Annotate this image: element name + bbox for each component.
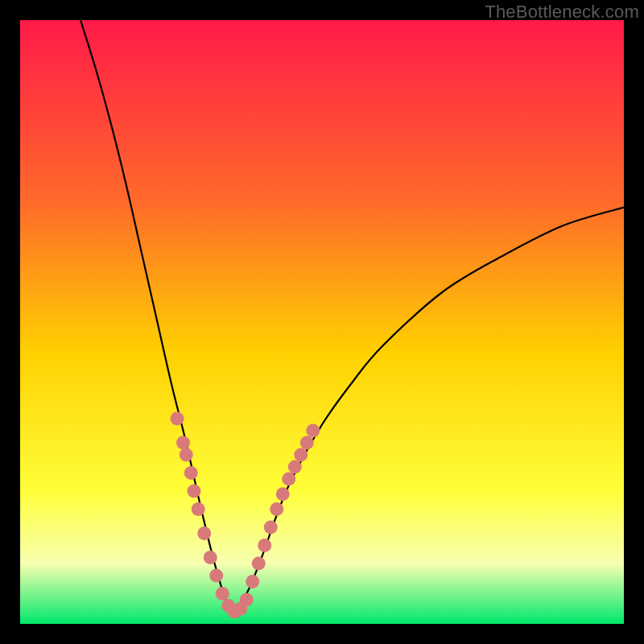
chart-frame — [20, 20, 624, 624]
chart-background-gradient — [20, 20, 624, 624]
svg-rect-0 — [20, 20, 624, 624]
